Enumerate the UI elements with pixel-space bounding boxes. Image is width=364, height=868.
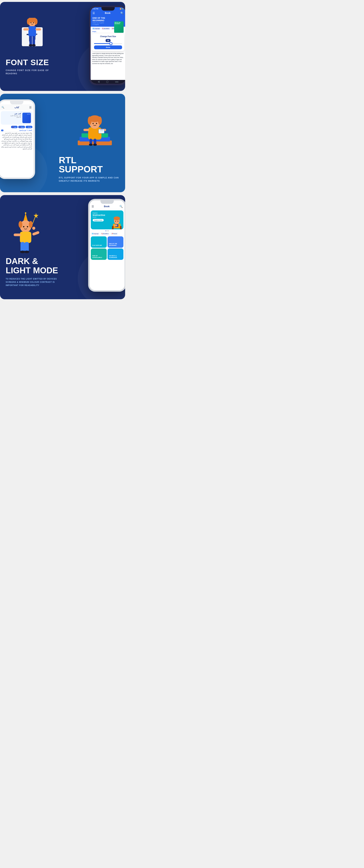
explore-banner: Explore Instructive Books Explore Now	[91, 210, 123, 229]
slider-fill	[94, 43, 111, 44]
rtl-search-icon[interactable]: 🔍	[1, 106, 4, 109]
modal-title: Change Font Size	[94, 35, 122, 37]
phone-light-device: ☰ Book 🔍 Explore Instructive Books Explo…	[88, 199, 125, 292]
svg-rect-11	[35, 28, 41, 30]
font-size-modal: Change Font Size 28 Done	[92, 33, 124, 51]
rtl-action-buttons: مشاركة ↑ مفضلة 🔖 تثبيت 📌	[0, 126, 33, 129]
rtl-title: RTL SUPPORT	[59, 156, 119, 174]
svg-rect-12	[29, 36, 32, 45]
book-title: END OF THE BEGINNING	[92, 17, 114, 22]
phone-notch-rtl	[10, 101, 23, 104]
phone-nav-bar	[91, 80, 125, 84]
lorem-text: Lorem Ipsum is simply dummy text of the …	[91, 52, 125, 65]
light-app-header: ☰ Book 🔍	[90, 204, 124, 209]
section-font-size: T T	[0, 2, 125, 91]
phone-mockup-dark: ☰ Book 🔍 Explore Instructive Books Explo…	[88, 199, 125, 292]
book-card-end-beginning[interactable]: END OF THE BEGINNING	[108, 236, 123, 248]
svg-rect-29	[94, 138, 96, 144]
dot-1[interactable]	[105, 230, 106, 231]
svg-rect-26	[83, 129, 89, 131]
slider-thumb[interactable]	[109, 42, 112, 45]
rtl-lorem: هناك حقيقة مثبتة منذ زمن طويل وهي أن الم…	[0, 132, 33, 150]
font-size-subtitle: CHANGE FONT SIZE FOR EASE OF READING	[6, 69, 59, 75]
svg-point-8	[33, 22, 34, 23]
rtl-book-author: كتب بواسطة السيد	[2, 115, 21, 117]
svg-point-58	[114, 216, 120, 220]
book-card-pair-schoolgirls[interactable]: PAIR OF SCHOOLGIRLS	[91, 248, 107, 260]
bottom-tabs: 🌐 language 🔖 BookMore 📌 Pinned	[90, 232, 124, 236]
dark-mode-character	[6, 207, 47, 255]
svg-point-22	[88, 117, 91, 125]
rtl-btn-bookmark[interactable]: مفضلة 🔖	[18, 126, 25, 128]
svg-point-5	[27, 19, 30, 25]
tab-bookmark[interactable]: 🔖 BookMark	[101, 27, 110, 30]
book-info: END OF THE BEGINNING Written by mr.green…	[91, 16, 125, 27]
svg-point-50	[24, 251, 29, 253]
rtl-book-info: لعب بغي كتب بواسطة السيد 12 فصل	[2, 113, 21, 123]
explore-now-button[interactable]: Explore Now	[93, 219, 104, 221]
tab-language-light[interactable]: 🌐 language	[91, 232, 100, 235]
svg-rect-51	[13, 234, 21, 236]
home-button[interactable]	[106, 81, 108, 83]
dot-2[interactable]	[107, 230, 108, 231]
book-card-title-4: SECRETS & GUARDIANS	[109, 255, 122, 258]
banner-character	[111, 214, 122, 229]
status-time: 3:26 PM	[92, 8, 98, 10]
phone-dark-device: 3:26 PM 📶 🔋 ☰ Book 🔍 END OF THE BEGINNIN…	[89, 6, 125, 85]
svg-point-7	[30, 22, 31, 23]
svg-point-59	[115, 221, 116, 222]
phone-screen: 3:26 PM 📶 🔋 ☰ Book 🔍 END OF THE BEGINNIN…	[91, 7, 125, 84]
back-button[interactable]	[97, 81, 100, 83]
book-cover: END OF THE BEGINNING	[114, 22, 123, 33]
dot-3[interactable]	[108, 230, 109, 231]
light-menu-icon[interactable]: ☰	[91, 205, 94, 208]
phone-screen-light: ☰ Book 🔍 Explore Instructive Books Explo…	[90, 200, 124, 290]
svg-rect-46	[20, 231, 31, 243]
rtl-menu-icon[interactable]: ☰	[29, 106, 32, 109]
phone-screen-rtl: ☰ كتاب 🔍 لعب بغي لعب بغي كتب بواسطة السي…	[0, 101, 33, 178]
book-card-title-2: END OF THE BEGINNING	[109, 243, 122, 246]
book-card-title-3: PAIR OF SCHOOLGIRLS	[92, 255, 105, 258]
svg-rect-48	[25, 242, 29, 251]
rtl-btn-pin[interactable]: تثبيت 📌	[11, 126, 18, 128]
phone-mockup-rtl: ☰ كتاب 🔍 لعب بغي لعب بغي كتب بواسطة السي…	[0, 99, 35, 179]
section2-right-panel: RTL SUPPORT RTL SUPPORT FOR YOUR APP IS …	[59, 94, 119, 192]
rtl-header: ☰ كتاب 🔍	[0, 104, 33, 110]
rtl-subtitle: RTL SUPPORT FOR YOUR APP IS SIMPLE AND C…	[59, 176, 119, 183]
done-button[interactable]: Done	[94, 45, 122, 49]
tab-pinned-light[interactable]: 📌 Pinned	[110, 232, 118, 235]
rtl-book-cover: لعب بغي	[22, 113, 31, 123]
book-grid: PLAY WITH ME END OF THE BEGINNING PAIR O…	[90, 236, 124, 260]
search-icon[interactable]: 🔍	[120, 11, 123, 14]
font-slider[interactable]	[94, 43, 122, 44]
svg-rect-63	[114, 225, 117, 226]
rtl-book-title: لعب بغي	[2, 113, 21, 115]
book-card-secrets-guardians[interactable]: SECRETS & GUARDIANS	[108, 248, 123, 260]
svg-rect-13	[32, 36, 35, 45]
svg-point-39	[25, 212, 26, 214]
font-size-title: FONT SIZE	[6, 59, 59, 66]
tab-bookmore-light[interactable]: 🔖 BookMore	[100, 232, 110, 235]
recent-button[interactable]	[115, 82, 118, 83]
svg-point-44	[23, 226, 24, 227]
rtl-book-card: لعب بغي لعب بغي كتب بواسطة السيد 12 فصل	[1, 111, 32, 125]
app-header: ☰ Book 🔍	[91, 10, 125, 16]
svg-point-43	[29, 221, 33, 228]
phone-notch	[102, 7, 115, 10]
section3-left-panel: DARK & LIGHT MODE TO REDUCES THE LIGHT E…	[0, 202, 64, 292]
rtl-chapter-label: الفصل 1 - لوريم إيسوم +	[0, 129, 33, 132]
light-search-icon[interactable]: 🔍	[119, 205, 123, 208]
section1-left-panel: T T	[0, 10, 64, 83]
carousel-dots	[90, 230, 124, 231]
svg-rect-47	[21, 242, 25, 251]
menu-icon[interactable]: ☰	[92, 11, 95, 14]
phone-notch-light	[101, 200, 114, 204]
svg-rect-52	[32, 231, 39, 236]
rtl-btn-share[interactable]: مشاركة ↑	[26, 126, 32, 128]
svg-point-25	[96, 123, 97, 124]
font-size-value: 28	[106, 39, 111, 42]
book-card-play-with-me[interactable]: PLAY WITH ME	[91, 236, 107, 248]
svg-point-53	[32, 227, 35, 230]
book-author: Written by mr.green	[92, 22, 114, 24]
tab-language[interactable]: 🌐 Language	[92, 27, 101, 30]
